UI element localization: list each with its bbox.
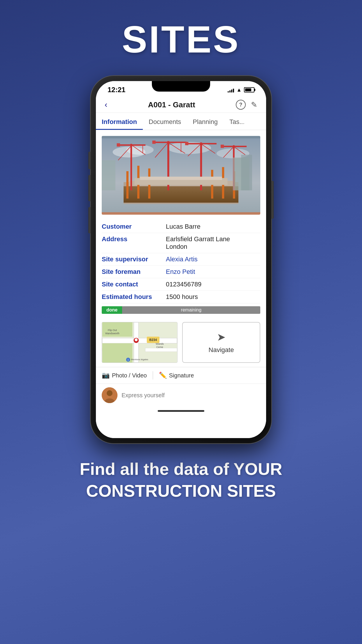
supervisor-label: Site supervisor: [102, 256, 166, 263]
construction-scene-svg: [102, 136, 260, 215]
contact-label: Site contact: [102, 281, 166, 288]
tabs-bar: Information Documents Planning Tas...: [96, 113, 266, 130]
svg-rect-7: [124, 186, 238, 203]
map-section: B234 Flip Out Wandsworth Wands Ceme: [96, 318, 266, 367]
signal-bar-1: [228, 91, 229, 92]
address-value: Earlsfield Garratt Lane London: [166, 235, 230, 251]
comment-input[interactable]: [122, 392, 260, 399]
tab-information[interactable]: Information: [96, 113, 143, 130]
camera-icon: 📷: [102, 372, 110, 379]
phone-mockup: 12:21 ▲: [91, 76, 271, 443]
signal-bar-3: [231, 90, 232, 92]
photo-video-button[interactable]: 📷 Photo / Video: [102, 372, 147, 379]
tab-documents[interactable]: Documents: [143, 113, 187, 130]
progress-remaining-segment: remaining: [122, 306, 260, 314]
svg-rect-28: [185, 142, 188, 145]
progress-done-segment: done: [102, 306, 122, 314]
content-area: Customer Lucas Barre Address Earlsfield …: [96, 130, 266, 438]
nav-actions: ? ✎: [236, 100, 257, 110]
contact-value: 0123456789: [166, 281, 201, 288]
svg-rect-16: [117, 143, 120, 146]
address-label: Address: [102, 235, 166, 243]
back-button[interactable]: ‹: [105, 100, 107, 109]
user-avatar: [102, 387, 117, 403]
svg-rect-21: [154, 142, 187, 143]
svg-rect-45: [140, 177, 222, 180]
battery-icon: [244, 87, 254, 92]
power-button: [271, 181, 274, 219]
svg-text:B234: B234: [149, 338, 157, 342]
svg-rect-50: [145, 348, 177, 352]
svg-rect-37: [241, 155, 252, 190]
signature-button[interactable]: ✏️ Signature: [159, 372, 194, 379]
map-thumbnail[interactable]: B234 Flip Out Wandsworth Wands Ceme: [102, 322, 178, 363]
edit-button[interactable]: ✎: [251, 100, 257, 109]
mute-button: [88, 207, 91, 233]
svg-rect-33: [221, 145, 224, 148]
volume-up-button: [88, 152, 91, 169]
status-time: 12:21: [108, 86, 125, 94]
svg-text:Mentions légales: Mentions légales: [131, 358, 148, 361]
svg-text:Ceme: Ceme: [156, 346, 163, 349]
navigate-button[interactable]: ➤ Navigate: [182, 322, 260, 363]
info-row-supervisor: Site supervisor Alexia Artis: [102, 253, 260, 266]
photo-video-label: Photo / Video: [112, 372, 147, 379]
info-row-foreman: Site foreman Enzo Petit: [102, 266, 260, 278]
bottom-toolbar: 📷 Photo / Video ✏️ Signature: [96, 367, 266, 384]
progress-bar: done remaining: [102, 306, 260, 314]
app-title-text: SITES: [122, 18, 240, 61]
map-svg: B234 Flip Out Wandsworth Wands Ceme: [102, 322, 177, 363]
tagline: Find all the data of YOUR CONSTRUCTION S…: [57, 458, 306, 502]
tab-planning[interactable]: Planning: [187, 113, 224, 130]
tagline-line2: CONSTRUCTION SITES: [86, 481, 276, 500]
customer-value: Lucas Barre: [166, 223, 201, 230]
navigate-arrow-icon: ➤: [217, 331, 226, 343]
site-image: [102, 136, 260, 215]
tab-tasks[interactable]: Tas...: [224, 113, 244, 130]
home-indicator: [96, 407, 266, 415]
supervisor-value[interactable]: Alexia Artis: [166, 256, 198, 263]
info-grid: Customer Lucas Barre Address Earlsfield …: [96, 215, 266, 306]
navigate-label: Navigate: [209, 346, 234, 354]
svg-rect-14: [130, 144, 132, 190]
status-icons: ▲: [228, 87, 254, 93]
foreman-label: Site foreman: [102, 268, 166, 276]
signal-icon: [228, 87, 234, 92]
phone-notch: [152, 81, 210, 92]
svg-point-60: [135, 338, 138, 341]
screen-content: 12:21 ▲: [96, 81, 266, 438]
help-button[interactable]: ?: [236, 100, 246, 110]
svg-rect-22: [152, 141, 156, 144]
nav-bar: ‹ A001 - Garatt ? ✎: [96, 97, 266, 113]
svg-rect-47: [102, 338, 177, 343]
hours-label: Estimated hours: [102, 293, 166, 301]
svg-text:i: i: [128, 358, 128, 361]
svg-text:Flip Out: Flip Out: [108, 329, 117, 332]
toolbar-divider: [153, 371, 153, 379]
info-row-contact: Site contact 0123456789: [102, 278, 260, 291]
customer-label: Customer: [102, 223, 166, 230]
battery-fill: [245, 88, 251, 91]
tagline-line1: Find all the data of YOUR: [80, 459, 282, 478]
svg-text:Wands: Wands: [156, 342, 164, 345]
wifi-icon: ▲: [236, 87, 242, 93]
comment-area: [96, 384, 266, 407]
foreman-value[interactable]: Enzo Petit: [166, 268, 195, 276]
info-row-hours: Estimated hours 1500 hours: [102, 291, 260, 303]
svg-point-65: [107, 390, 113, 396]
svg-text:Wandsworth: Wandsworth: [105, 332, 120, 335]
svg-rect-38: [102, 160, 115, 190]
signal-bar-2: [229, 90, 231, 92]
home-bar: [158, 410, 204, 412]
phone-body: 12:21 ▲: [91, 76, 271, 443]
hours-value: 1500 hours: [166, 293, 198, 301]
signature-label: Signature: [169, 372, 194, 379]
svg-rect-8: [126, 171, 129, 199]
info-row-address: Address Earlsfield Garratt Lane London: [102, 233, 260, 253]
pen-icon: ✏️: [159, 372, 167, 379]
avatar-svg: [102, 387, 117, 403]
info-row-customer: Customer Lucas Barre: [102, 220, 260, 233]
signal-bar-4: [233, 89, 234, 92]
volume-down-button: [88, 175, 91, 201]
progress-section: done remaining: [96, 306, 266, 318]
